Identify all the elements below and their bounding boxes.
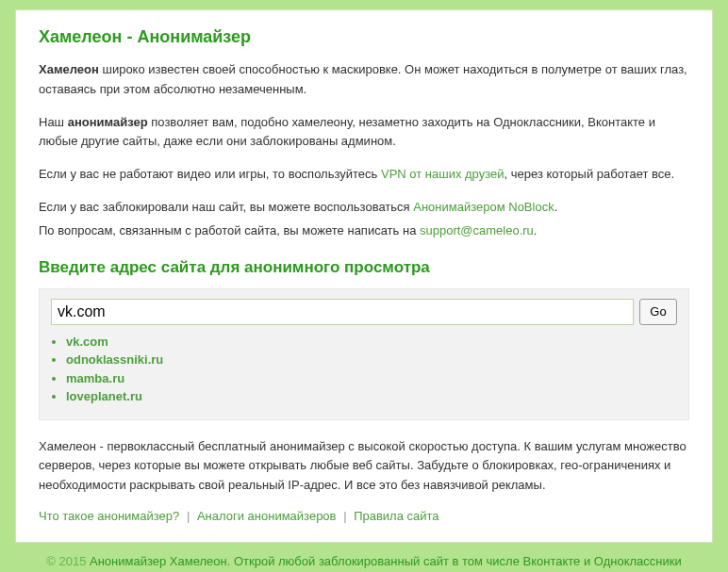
page-root: Хамелеон - Анонимайзер Хамелеон широко и… [0, 0, 728, 572]
intro-text: Если у вас заблокировали наш сайт, вы мо… [39, 200, 413, 214]
list-item[interactable]: loveplanet.ru [66, 387, 677, 406]
intro-text: Наш [39, 115, 68, 129]
noblock-link[interactable]: Анонимайзером NoBlock [413, 200, 554, 214]
footer: © 2015 Анонимайзер Хамелеон. Открой любо… [15, 543, 713, 572]
address-box: Go vk.com odnoklassniki.ru mamba.ru love… [39, 288, 689, 420]
intro-bold: анонимайзер [68, 115, 148, 129]
support-email-link[interactable]: support@cameleo.ru [420, 223, 534, 237]
intro-text: . [554, 200, 558, 214]
url-input[interactable] [51, 299, 634, 325]
footer-text: Анонимайзер Хамелеон. Открой любой забло… [90, 554, 682, 568]
separator: | [343, 509, 346, 523]
suggestion-link[interactable]: mamba.ru [66, 371, 124, 385]
intro-p3: Если у вас не работают видео или игры, т… [39, 165, 689, 185]
separator: | [187, 509, 190, 523]
rules-link[interactable]: Правила сайта [354, 509, 438, 523]
intro-text: . [534, 223, 538, 237]
what-is-link[interactable]: Что такое анонимайзер? [39, 509, 179, 523]
bottom-links: Что такое анонимайзер? | Аналоги анонима… [39, 509, 689, 523]
address-heading: Введите адрес сайта для анонимного просм… [39, 258, 689, 277]
suggestion-link[interactable]: odnoklassniki.ru [66, 352, 163, 367]
intro-bold: Хамелеон [39, 62, 99, 76]
input-row: Go [51, 299, 677, 325]
intro-p5: По вопросам, связанным с работой сайта, … [39, 221, 689, 241]
list-item[interactable]: odnoklassniki.ru [66, 351, 677, 369]
go-button[interactable]: Go [639, 299, 677, 325]
suggestion-list: vk.com odnoklassniki.ru mamba.ru lovepla… [66, 333, 677, 406]
intro-p4: Если у вас заблокировали наш сайт, вы мо… [39, 198, 689, 218]
vpn-link[interactable]: VPN от наших друзей [381, 167, 505, 181]
intro-text: , через который работает все. [505, 167, 675, 181]
intro-text: По вопросам, связанным с работой сайта, … [39, 223, 420, 237]
intro-text: Если у вас не работают видео или игры, т… [39, 167, 381, 181]
analogs-link[interactable]: Аналоги анонимайзеров [197, 509, 337, 523]
description-text: Хамелеон - первоклассный бесплатный анон… [39, 437, 689, 496]
list-item[interactable]: mamba.ru [66, 369, 677, 388]
suggestion-link[interactable]: vk.com [66, 335, 108, 349]
intro-text: широко известен своей способностью к мас… [39, 62, 687, 96]
page-title: Хамелеон - Анонимайзер [39, 27, 689, 47]
list-item[interactable]: vk.com [66, 333, 677, 351]
intro-p2: Наш анонимайзер позволяет вам, подобно х… [39, 113, 689, 153]
footer-year: © 2015 [46, 554, 90, 568]
content-card: Хамелеон - Анонимайзер Хамелеон широко и… [15, 9, 713, 543]
intro-p1: Хамелеон широко известен своей способнос… [39, 60, 689, 100]
suggestion-link[interactable]: loveplanet.ru [66, 389, 142, 403]
